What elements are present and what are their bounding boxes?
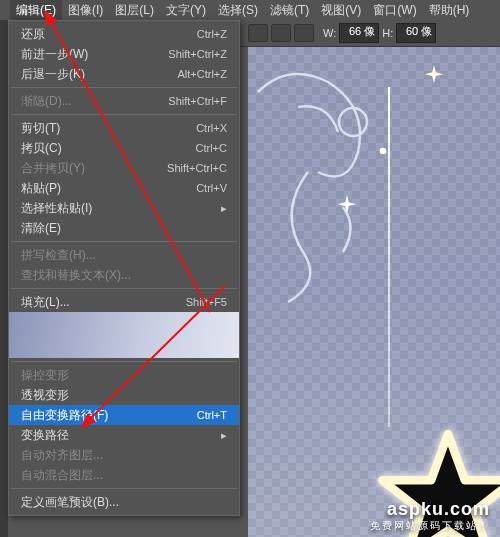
menu-item-perspective-warp[interactable]: 透视变形 <box>9 385 239 405</box>
menu-item-step-backward[interactable]: 后退一步(K)Alt+Ctrl+Z <box>9 64 239 84</box>
svg-point-0 <box>339 108 367 136</box>
menu-item-fade: 渐隐(D)...Shift+Ctrl+F <box>9 91 239 111</box>
zodiac-line-art <box>248 52 398 312</box>
warp-icon[interactable] <box>294 24 314 42</box>
transform-icon[interactable] <box>271 24 291 42</box>
artwork-layer <box>248 47 500 537</box>
menubar: 编辑(E) 图像(I) 图层(L) 文字(Y) 选择(S) 滤镜(T) 视图(V… <box>0 0 500 20</box>
menu-image[interactable]: 图像(I) <box>62 0 109 20</box>
hanging-string <box>388 87 390 427</box>
menu-item-cut[interactable]: 剪切(T)Ctrl+X <box>9 118 239 138</box>
menu-item-undo[interactable]: 还原Ctrl+Z <box>9 24 239 44</box>
menu-item-copy[interactable]: 拷贝(C)Ctrl+C <box>9 138 239 158</box>
menu-view[interactable]: 视图(V) <box>315 0 367 20</box>
height-label: H: <box>382 27 393 39</box>
menu-help[interactable]: 帮助(H) <box>423 0 476 20</box>
width-label: W: <box>323 27 336 39</box>
menu-item-define-brush[interactable]: 定义画笔预设(B)... <box>9 492 239 512</box>
small-star-icon <box>423 65 445 87</box>
width-input[interactable]: 66 像 <box>339 23 379 43</box>
watermark-sub: 免费网站源码下载站！ <box>370 520 490 531</box>
svg-point-1 <box>380 148 387 155</box>
menu-item-auto-align: 自动对齐图层... <box>9 445 239 465</box>
align-icon[interactable] <box>248 24 268 42</box>
menu-item-spellcheck: 拼写检查(H)... <box>9 245 239 265</box>
menu-item-paste[interactable]: 粘贴(P)Ctrl+V <box>9 178 239 198</box>
menu-item-obscured <box>9 312 239 358</box>
menu-edit[interactable]: 编辑(E) <box>10 0 62 20</box>
menu-layer[interactable]: 图层(L) <box>109 0 160 20</box>
menu-item-auto-blend: 自动混合图层... <box>9 465 239 485</box>
menu-item-fill[interactable]: 填充(L)...Shift+F5 <box>9 292 239 312</box>
menu-item-puppet-warp: 操控变形 <box>9 365 239 385</box>
height-input[interactable]: 60 像 <box>396 23 436 43</box>
menu-window[interactable]: 窗口(W) <box>367 0 422 20</box>
menu-item-transform-path[interactable]: 变换路径▸ <box>9 425 239 445</box>
menu-select[interactable]: 选择(S) <box>212 0 264 20</box>
menu-item-paste-special[interactable]: 选择性粘贴(I)▸ <box>9 198 239 218</box>
small-star-icon <box>336 195 358 217</box>
menu-filter[interactable]: 滤镜(T) <box>264 0 315 20</box>
menu-text[interactable]: 文字(Y) <box>160 0 212 20</box>
menu-item-clear[interactable]: 清除(E) <box>9 218 239 238</box>
watermark: aspku.com 免费网站源码下载站！ <box>370 500 490 531</box>
left-edge-bar <box>0 20 8 537</box>
submenu-arrow-icon: ▸ <box>221 429 227 442</box>
watermark-main: aspku.com <box>370 500 490 520</box>
submenu-arrow-icon: ▸ <box>221 202 227 215</box>
edit-dropdown: 还原Ctrl+Z 前进一步(W)Shift+Ctrl+Z 后退一步(K)Alt+… <box>8 20 240 516</box>
menu-item-free-transform-path[interactable]: 自由变换路径(F)Ctrl+T <box>9 405 239 425</box>
menu-item-copy-merged: 合并拷贝(Y)Shift+Ctrl+C <box>9 158 239 178</box>
menu-item-step-forward[interactable]: 前进一步(W)Shift+Ctrl+Z <box>9 44 239 64</box>
document-canvas[interactable] <box>248 47 500 537</box>
menu-item-find-replace: 查找和替换文本(X)... <box>9 265 239 285</box>
sparkle-icon <box>378 142 388 152</box>
